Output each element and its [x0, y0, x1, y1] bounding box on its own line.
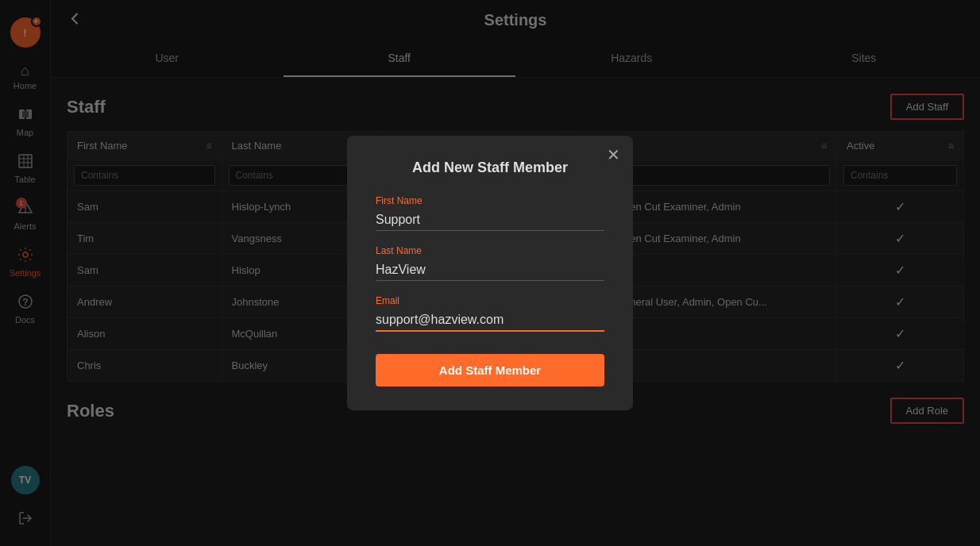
email-group: Email — [376, 295, 604, 332]
modal-close-button[interactable]: ✕ — [607, 147, 620, 163]
first-name-input[interactable] — [376, 210, 604, 231]
email-label: Email — [376, 295, 604, 306]
last-name-group: Last Name — [376, 245, 604, 281]
modal-title: Add New Staff Member — [376, 160, 604, 176]
first-name-group: First Name — [376, 195, 604, 231]
email-input[interactable] — [376, 310, 604, 332]
close-icon: ✕ — [607, 146, 620, 163]
add-staff-member-button[interactable]: Add Staff Member — [376, 354, 604, 386]
modal-overlay[interactable]: ✕ Add New Staff Member First Name Last N… — [0, 0, 980, 546]
modal-dialog: ✕ Add New Staff Member First Name Last N… — [347, 136, 633, 410]
last-name-label: Last Name — [376, 245, 604, 256]
first-name-label: First Name — [376, 195, 604, 206]
last-name-input[interactable] — [376, 260, 604, 281]
